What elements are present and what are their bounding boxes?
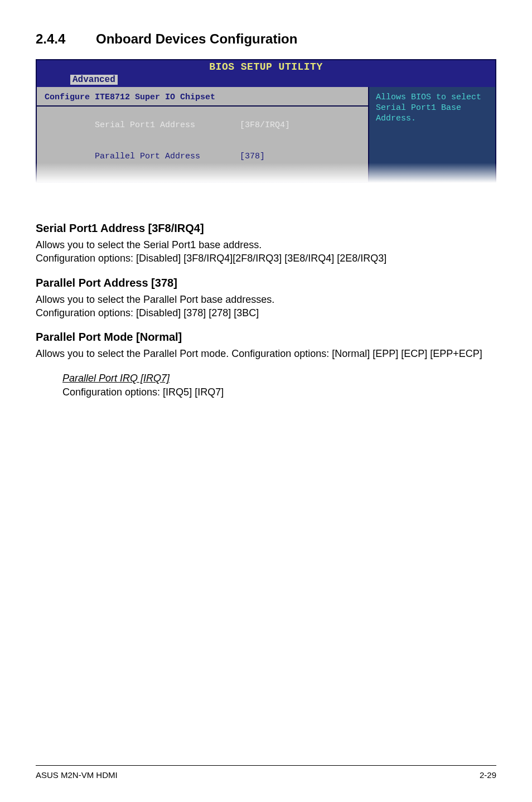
bios-row-label: Serial Port1 Address [95,120,240,131]
option-description: Allows you to select the Parallel Port m… [36,347,496,360]
bios-left-panel: Configure ITE8712 Super IO Chipset Seria… [37,87,369,182]
option-block-parallel-mode: Parallel Port Mode [Normal] Allows you t… [36,331,496,410]
bios-body: Configure ITE8712 Super IO Chipset Seria… [36,87,496,183]
option-sub-config-options: Configuration options: [IRQ5] [IRQ7] [62,386,224,398]
option-description: Allows you to select the Serial Port1 ba… [36,238,496,265]
bios-row-parallel-mode: Parallel Port Mode[Normal] [45,173,360,183]
option-desc-line: Allows you to select the Serial Port1 ba… [36,239,262,250]
footer-left: ASUS M2N-VM HDMI [36,770,118,780]
bios-row-parallel-address: Parallel Port Address[378] [45,141,360,172]
option-desc-line: Allows you to select the Parallel Port b… [36,294,274,305]
option-config-options: Configuration options: [Disabled] [378] … [36,307,259,318]
bios-row-value: [3F8/IRQ4] [240,120,290,130]
bios-panel-header: Configure ITE8712 Super IO Chipset [37,93,368,107]
option-sub-heading: Parallel Port IRQ [IRQ7] [62,373,170,384]
option-sub-block: Parallel Port IRQ [IRQ7] Configuration o… [62,371,496,399]
option-heading: Parallel Port Mode [Normal] [36,331,496,344]
bios-row-label: Parallel Port Address [95,152,240,162]
bios-row-value: [378] [240,152,265,161]
option-heading: Serial Port1 Address [3F8/IRQ4] [36,222,496,235]
section-heading: 2.4.4Onboard Devices Configuration [36,31,496,47]
section-number: 2.4.4 [36,31,96,47]
bios-screenshot: BIOS SETUP UTILITY Advanced Configure IT… [36,59,496,183]
option-block-parallel-address: Parallel Port Address [378] Allows you t… [36,277,496,331]
bios-tab-advanced: Advanced [70,75,118,85]
option-config-options: Configuration options: [Disabled] [3F8/I… [36,253,386,264]
bios-title: BIOS SETUP UTILITY [36,59,496,74]
bios-row-serial-port1: Serial Port1 Address[3F8/IRQ4] [45,110,360,141]
option-desc-line: Allows you to select the Parallel Port m… [36,348,482,359]
option-block-serial-port1: Serial Port1 Address [3F8/IRQ4] Allows y… [36,222,496,277]
section-title: Onboard Devices Configuration [96,31,297,46]
bios-help-panel: Allows BIOS to select Serial Port1 Base … [369,87,495,182]
option-description: Allows you to select the Parallel Port b… [36,293,496,320]
footer-page-number: 2-29 [480,770,496,780]
page-footer: ASUS M2N-VM HDMI 2-29 [36,765,496,780]
option-heading: Parallel Port Address [378] [36,277,496,289]
bios-tabs-row: Advanced [36,74,496,87]
